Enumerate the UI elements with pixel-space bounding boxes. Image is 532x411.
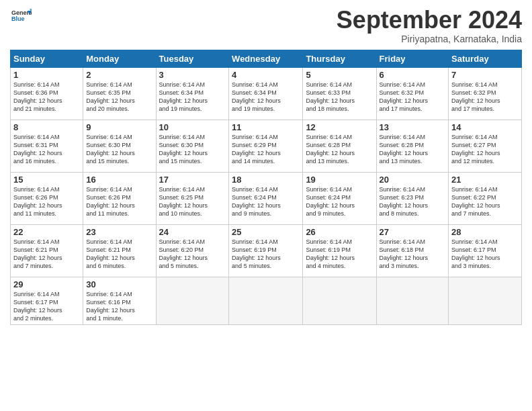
day-number: 6 bbox=[380, 70, 446, 80]
table-row: 24Sunrise: 6:14 AM Sunset: 6:20 PM Dayli… bbox=[156, 224, 229, 277]
day-number: 25 bbox=[232, 227, 300, 237]
table-row: 13Sunrise: 6:14 AM Sunset: 6:28 PM Dayli… bbox=[376, 120, 449, 172]
table-row bbox=[156, 277, 229, 325]
page-container: General Blue September 2024 Piriyapatna,… bbox=[0, 0, 532, 332]
day-number: 16 bbox=[86, 175, 152, 185]
day-info: Sunrise: 6:14 AM Sunset: 6:23 PM Dayligh… bbox=[380, 185, 446, 218]
table-row: 17Sunrise: 6:14 AM Sunset: 6:25 PM Dayli… bbox=[156, 172, 229, 224]
table-row: 14Sunrise: 6:14 AM Sunset: 6:27 PM Dayli… bbox=[449, 120, 522, 172]
table-row: 6Sunrise: 6:14 AM Sunset: 6:32 PM Daylig… bbox=[376, 67, 449, 120]
table-row: 29Sunrise: 6:14 AM Sunset: 6:17 PM Dayli… bbox=[11, 277, 83, 325]
header-thursday: Thursday bbox=[303, 50, 376, 67]
day-number: 7 bbox=[451, 70, 519, 80]
table-row bbox=[376, 277, 449, 325]
day-number: 14 bbox=[451, 122, 519, 132]
day-number: 9 bbox=[86, 122, 152, 132]
day-info: Sunrise: 6:14 AM Sunset: 6:17 PM Dayligh… bbox=[451, 238, 519, 271]
header-friday: Friday bbox=[376, 50, 449, 67]
day-info: Sunrise: 6:14 AM Sunset: 6:21 PM Dayligh… bbox=[13, 238, 80, 271]
table-row: 16Sunrise: 6:14 AM Sunset: 6:26 PM Dayli… bbox=[83, 172, 156, 224]
day-info: Sunrise: 6:14 AM Sunset: 6:28 PM Dayligh… bbox=[380, 133, 446, 166]
month-title: September 2024 bbox=[337, 7, 522, 34]
day-number: 10 bbox=[159, 122, 226, 132]
day-number: 5 bbox=[306, 70, 373, 80]
day-number: 8 bbox=[13, 122, 80, 132]
day-number: 18 bbox=[232, 175, 300, 185]
day-info: Sunrise: 6:14 AM Sunset: 6:32 PM Dayligh… bbox=[451, 81, 519, 113]
table-row: 4Sunrise: 6:14 AM Sunset: 6:34 PM Daylig… bbox=[229, 67, 303, 120]
table-row bbox=[303, 277, 376, 325]
table-row: 25Sunrise: 6:14 AM Sunset: 6:19 PM Dayli… bbox=[229, 224, 303, 277]
day-info: Sunrise: 6:14 AM Sunset: 6:24 PM Dayligh… bbox=[306, 185, 373, 218]
table-row: 2Sunrise: 6:14 AM Sunset: 6:35 PM Daylig… bbox=[83, 67, 156, 120]
header-sunday: Sunday bbox=[11, 50, 83, 67]
day-info: Sunrise: 6:14 AM Sunset: 6:19 PM Dayligh… bbox=[306, 238, 373, 271]
day-info: Sunrise: 6:14 AM Sunset: 6:35 PM Dayligh… bbox=[86, 81, 152, 113]
table-row: 20Sunrise: 6:14 AM Sunset: 6:23 PM Dayli… bbox=[376, 172, 449, 224]
day-number: 11 bbox=[232, 122, 300, 132]
table-row: 18Sunrise: 6:14 AM Sunset: 6:24 PM Dayli… bbox=[229, 172, 303, 224]
table-row: 21Sunrise: 6:14 AM Sunset: 6:22 PM Dayli… bbox=[449, 172, 522, 224]
table-row: 9Sunrise: 6:14 AM Sunset: 6:30 PM Daylig… bbox=[83, 120, 156, 172]
day-info: Sunrise: 6:14 AM Sunset: 6:19 PM Dayligh… bbox=[232, 238, 300, 271]
day-info: Sunrise: 6:14 AM Sunset: 6:34 PM Dayligh… bbox=[159, 81, 226, 113]
table-row: 23Sunrise: 6:14 AM Sunset: 6:21 PM Dayli… bbox=[83, 224, 156, 277]
day-number: 24 bbox=[159, 227, 226, 237]
day-number: 4 bbox=[232, 70, 300, 80]
table-row: 10Sunrise: 6:14 AM Sunset: 6:30 PM Dayli… bbox=[156, 120, 229, 172]
header: General Blue September 2024 Piriyapatna,… bbox=[10, 7, 522, 44]
table-row: 12Sunrise: 6:14 AM Sunset: 6:28 PM Dayli… bbox=[303, 120, 376, 172]
day-number: 13 bbox=[380, 122, 446, 132]
day-info: Sunrise: 6:14 AM Sunset: 6:29 PM Dayligh… bbox=[232, 133, 300, 166]
day-number: 26 bbox=[306, 227, 373, 237]
day-info: Sunrise: 6:14 AM Sunset: 6:28 PM Dayligh… bbox=[306, 133, 373, 166]
day-info: Sunrise: 6:14 AM Sunset: 6:22 PM Dayligh… bbox=[451, 185, 519, 218]
day-number: 15 bbox=[13, 175, 80, 185]
day-info: Sunrise: 6:14 AM Sunset: 6:25 PM Dayligh… bbox=[159, 185, 226, 218]
day-info: Sunrise: 6:14 AM Sunset: 6:30 PM Dayligh… bbox=[159, 133, 226, 166]
day-number: 17 bbox=[159, 175, 226, 185]
day-number: 1 bbox=[13, 70, 80, 80]
table-row: 8Sunrise: 6:14 AM Sunset: 6:31 PM Daylig… bbox=[11, 120, 83, 172]
day-info: Sunrise: 6:14 AM Sunset: 6:33 PM Dayligh… bbox=[306, 81, 373, 113]
day-number: 27 bbox=[380, 227, 446, 237]
table-row: 27Sunrise: 6:14 AM Sunset: 6:18 PM Dayli… bbox=[376, 224, 449, 277]
day-info: Sunrise: 6:14 AM Sunset: 6:26 PM Dayligh… bbox=[13, 185, 80, 218]
day-number: 2 bbox=[86, 70, 152, 80]
table-row: 7Sunrise: 6:14 AM Sunset: 6:32 PM Daylig… bbox=[449, 67, 522, 120]
table-row: 1Sunrise: 6:14 AM Sunset: 6:36 PM Daylig… bbox=[11, 67, 83, 120]
day-info: Sunrise: 6:14 AM Sunset: 6:18 PM Dayligh… bbox=[380, 238, 446, 271]
day-number: 28 bbox=[451, 227, 519, 237]
day-number: 30 bbox=[86, 279, 152, 289]
weekday-header-row: Sunday Monday Tuesday Wednesday Thursday… bbox=[11, 50, 522, 67]
day-number: 22 bbox=[13, 227, 80, 237]
day-number: 21 bbox=[451, 175, 519, 185]
day-number: 19 bbox=[306, 175, 373, 185]
title-block: September 2024 Piriyapatna, Karnataka, I… bbox=[337, 7, 522, 44]
table-row: 22Sunrise: 6:14 AM Sunset: 6:21 PM Dayli… bbox=[11, 224, 83, 277]
calendar-body: 1Sunrise: 6:14 AM Sunset: 6:36 PM Daylig… bbox=[11, 67, 522, 325]
day-number: 20 bbox=[380, 175, 446, 185]
day-info: Sunrise: 6:14 AM Sunset: 6:34 PM Dayligh… bbox=[232, 81, 300, 113]
svg-text:Blue: Blue bbox=[11, 15, 25, 22]
header-monday: Monday bbox=[83, 50, 156, 67]
day-info: Sunrise: 6:14 AM Sunset: 6:16 PM Dayligh… bbox=[86, 290, 152, 323]
table-row: 28Sunrise: 6:14 AM Sunset: 6:17 PM Dayli… bbox=[449, 224, 522, 277]
table-row: 30Sunrise: 6:14 AM Sunset: 6:16 PM Dayli… bbox=[83, 277, 156, 325]
day-info: Sunrise: 6:14 AM Sunset: 6:24 PM Dayligh… bbox=[232, 185, 300, 218]
day-info: Sunrise: 6:14 AM Sunset: 6:31 PM Dayligh… bbox=[13, 133, 80, 166]
table-row: 15Sunrise: 6:14 AM Sunset: 6:26 PM Dayli… bbox=[11, 172, 83, 224]
table-row: 11Sunrise: 6:14 AM Sunset: 6:29 PM Dayli… bbox=[229, 120, 303, 172]
header-tuesday: Tuesday bbox=[156, 50, 229, 67]
logo-icon: General Blue bbox=[11, 7, 32, 27]
header-wednesday: Wednesday bbox=[229, 50, 303, 67]
table-row: 3Sunrise: 6:14 AM Sunset: 6:34 PM Daylig… bbox=[156, 67, 229, 120]
day-info: Sunrise: 6:14 AM Sunset: 6:36 PM Dayligh… bbox=[13, 81, 80, 113]
day-info: Sunrise: 6:14 AM Sunset: 6:17 PM Dayligh… bbox=[13, 290, 80, 323]
table-row bbox=[449, 277, 522, 325]
logo: General Blue bbox=[10, 7, 32, 30]
calendar-header: Sunday Monday Tuesday Wednesday Thursday… bbox=[11, 50, 522, 67]
day-info: Sunrise: 6:14 AM Sunset: 6:26 PM Dayligh… bbox=[86, 185, 152, 218]
day-info: Sunrise: 6:14 AM Sunset: 6:30 PM Dayligh… bbox=[86, 133, 152, 166]
day-number: 29 bbox=[13, 279, 80, 289]
